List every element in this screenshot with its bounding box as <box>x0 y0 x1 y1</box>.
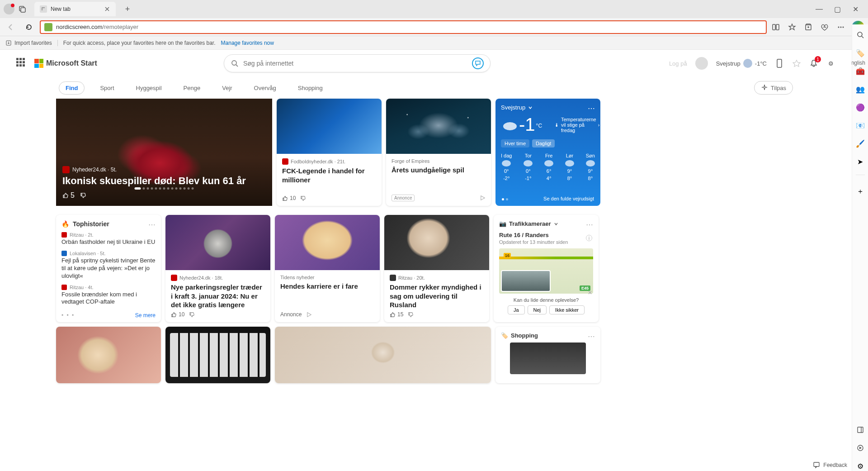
news-card[interactable]: Nyheder24.dk · 18t. Nye parkeringsregler… <box>165 215 270 322</box>
widget-more-icon[interactable]: ⋯ <box>588 332 595 341</box>
tab-close-icon[interactable] <box>104 6 110 12</box>
sidebar-panel-icon[interactable] <box>855 425 865 435</box>
see-more-link[interactable]: Se mere <box>135 312 156 319</box>
sidebar-outlook-icon[interactable]: 📧 <box>855 120 865 130</box>
collections-icon[interactable] <box>803 22 814 33</box>
ad-choices-icon[interactable] <box>306 312 312 318</box>
feedback-unsure-button[interactable]: Ikke sikker <box>549 305 585 314</box>
new-tab-button[interactable]: + <box>121 3 134 15</box>
like-button[interactable]: 5 <box>62 191 75 200</box>
ad-card[interactable]: Forge of Empires Årets uundgåelige spil … <box>386 99 491 206</box>
notifications-icon[interactable]: 1 <box>809 59 818 68</box>
feedback-button[interactable]: Feedback <box>813 462 847 468</box>
full-forecast-link[interactable]: Se den fulde vejrudsigt <box>543 196 594 201</box>
window-close-button[interactable]: ✕ <box>851 5 860 14</box>
cloud-icon <box>501 118 519 132</box>
import-favorites-button[interactable]: Import favorites <box>5 40 58 46</box>
weather-tab-daily[interactable]: Dagligt <box>532 139 555 147</box>
info-icon[interactable]: i <box>586 235 592 241</box>
dislike-button[interactable] <box>408 312 414 318</box>
rewards-icon[interactable] <box>792 59 801 68</box>
mobile-icon[interactable] <box>775 59 784 68</box>
nav-weather[interactable]: Vejr <box>216 82 238 94</box>
more-dots-icon[interactable]: • • • <box>61 312 75 319</box>
widget-more-icon[interactable]: ⋯ <box>148 220 156 229</box>
chevron-down-icon[interactable] <box>554 222 558 226</box>
address-bar[interactable]: nordicscreen.com/remoteplayer <box>40 20 767 34</box>
nav-shopping[interactable]: Shopping <box>292 82 329 94</box>
like-button[interactable]: 15 <box>390 311 403 318</box>
sidebar-settings-icon[interactable]: ⚙ <box>855 461 865 471</box>
sidebar-shopping-icon[interactable]: 🏷️ <box>855 48 865 58</box>
hero-card[interactable]: Nyheder24.dk · 5t. Ikonisk skuespiller d… <box>56 99 272 206</box>
news-card[interactable] <box>275 327 491 383</box>
tab-actions-icon[interactable] <box>18 5 27 14</box>
weather-summary[interactable]: Svejstrup -1°C <box>716 59 767 68</box>
sidebar-tools-icon[interactable]: 🧰 <box>855 66 865 76</box>
customize-button[interactable]: Tilpas <box>754 81 793 95</box>
sidebar-image-icon[interactable]: 🖌️ <box>855 138 865 148</box>
back-button[interactable] <box>4 20 18 34</box>
shopping-widget[interactable]: ⋯ 🏷️Shopping <box>495 327 600 383</box>
top-story-item[interactable]: Ritzau · 2t. Orbán fastholder nej til Uk… <box>61 232 156 246</box>
nav-sport[interactable]: Sport <box>94 82 120 94</box>
news-card[interactable] <box>165 327 270 383</box>
dislike-button[interactable] <box>300 195 306 201</box>
close-prompt-icon[interactable]: ✕ <box>588 290 592 296</box>
chevron-right-icon[interactable]: › <box>598 122 600 128</box>
more-menu-icon[interactable] <box>835 22 846 33</box>
window-maximize-button[interactable]: ▢ <box>833 5 842 14</box>
dislike-button[interactable] <box>189 312 195 318</box>
feedback-no-button[interactable]: Nej <box>528 305 547 314</box>
ad-choices-icon[interactable] <box>480 195 486 201</box>
traffic-map[interactable]: 16 E45 <box>499 248 593 294</box>
forecast-day[interactable]: Fre6°4° <box>544 153 553 181</box>
split-screen-icon[interactable] <box>770 22 781 33</box>
browser-tab[interactable]: New tab <box>34 2 116 16</box>
ad-card[interactable]: Tidens nyheder Hendes karriere er i fare… <box>275 215 380 322</box>
forecast-day[interactable]: Lør9°8° <box>565 153 574 181</box>
top-story-item[interactable]: Ritzau · 4t. Fossile brændsler kom med i… <box>61 285 156 306</box>
news-card[interactable] <box>56 327 161 383</box>
search-input[interactable] <box>243 60 472 67</box>
like-button[interactable]: 10 <box>171 311 184 318</box>
settings-icon[interactable]: ⚙ <box>826 59 835 68</box>
like-button[interactable]: 10 <box>282 195 296 201</box>
signin-link[interactable]: Log på <box>669 60 687 67</box>
widget-pager[interactable] <box>502 198 508 200</box>
favorites-star-icon[interactable] <box>787 22 797 33</box>
nav-find[interactable]: Find <box>59 81 85 95</box>
sidebar-add-icon[interactable]: ＋ <box>855 186 865 196</box>
top-story-item[interactable]: Lokalavisen · 5t. Fejl på spritny cykels… <box>61 251 156 280</box>
user-avatar[interactable] <box>695 57 708 70</box>
news-card[interactable]: Fodboldnyheder.dk · 21t. FCK-Legende i h… <box>277 99 382 206</box>
bing-chat-icon[interactable] <box>472 57 484 69</box>
weather-widget[interactable]: ⋯ Svejstrup -1 °C 🌡Temperaturerne vil st… <box>495 99 600 206</box>
search-box[interactable] <box>224 54 491 72</box>
forecast-day[interactable]: I dag0°-2° <box>501 153 512 181</box>
window-minimize-button[interactable]: — <box>815 5 824 14</box>
widget-more-icon[interactable]: ⋯ <box>588 104 595 113</box>
sidebar-drop-icon[interactable]: ➤ <box>855 157 865 167</box>
nav-watch[interactable]: Overvåg <box>248 82 283 94</box>
microsoft-start-logo[interactable]: Microsoft Start <box>34 59 97 68</box>
refresh-button[interactable] <box>22 20 36 34</box>
sidebar-office-icon[interactable]: 🟣 <box>855 102 865 112</box>
forecast-day[interactable]: Tor0°-1° <box>524 153 533 181</box>
profile-icon[interactable] <box>4 4 14 14</box>
weather-tab-hourly[interactable]: Hver time <box>501 139 529 147</box>
carousel-dots[interactable] <box>135 187 194 190</box>
browser-essentials-icon[interactable] <box>819 22 830 33</box>
app-launcher-icon[interactable] <box>16 58 27 69</box>
sidebar-search-icon[interactable] <box>855 30 865 40</box>
dislike-button[interactable] <box>80 192 86 199</box>
manage-favorites-link[interactable]: Manage favorites now <box>221 40 274 46</box>
nav-money[interactable]: Penge <box>177 82 207 94</box>
nav-games[interactable]: Hyggespil <box>130 82 168 94</box>
feedback-yes-button[interactable]: Ja <box>508 305 525 314</box>
forecast-day[interactable]: Søn9°8° <box>586 153 595 181</box>
news-card[interactable]: Ritzau · 20t. Dommer rykker myndighed i … <box>384 215 489 322</box>
widget-more-icon[interactable]: ⋯ <box>586 220 593 229</box>
sidebar-games-icon[interactable]: 👥 <box>855 84 865 94</box>
sidebar-hide-icon[interactable] <box>855 443 865 453</box>
